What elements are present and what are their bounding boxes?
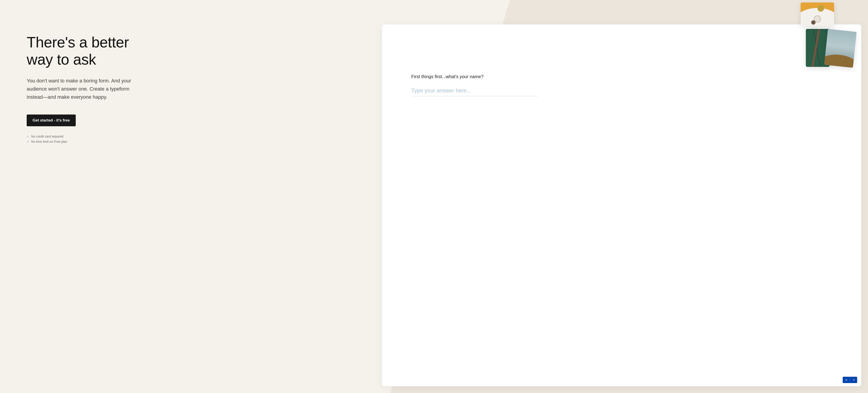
hero-subtext: You don't want to make a boring form. An…: [27, 77, 144, 101]
bullet-item: ✓ No credit card required: [27, 134, 373, 139]
answer-input[interactable]: [411, 86, 538, 96]
bullet-text: No time limit on Free plan: [31, 140, 67, 143]
hero-headline-line2: way to ask: [27, 51, 96, 68]
bullet-item: ✓ No time limit on Free plan: [27, 139, 373, 144]
hero-section: There's a better way to ask You don't wa…: [0, 0, 382, 393]
prev-question-button[interactable]: [843, 377, 850, 383]
form-preview-section: First things first...what's your name?: [382, 0, 868, 393]
form-card: First things first...what's your name?: [382, 24, 861, 386]
chevron-down-icon: [852, 379, 855, 381]
decorative-photo-table-coffee: [801, 2, 834, 26]
hero-headline: There's a better way to ask: [27, 34, 373, 68]
chevron-up-icon: [845, 379, 848, 381]
get-started-button[interactable]: Get started - it's free: [27, 114, 76, 126]
check-icon: ✓: [27, 134, 30, 139]
form-question: First things first...what's your name?: [411, 74, 832, 79]
next-question-button[interactable]: [850, 377, 857, 383]
decorative-photo-underwater: [824, 29, 857, 68]
check-icon: ✓: [27, 139, 30, 144]
bullet-text: No credit card required: [31, 135, 63, 138]
hero-bullets: ✓ No credit card required ✓ No time limi…: [27, 134, 373, 145]
question-nav: [843, 377, 857, 383]
hero-headline-line1: There's a better: [27, 34, 129, 51]
page: There's a better way to ask You don't wa…: [0, 0, 868, 393]
